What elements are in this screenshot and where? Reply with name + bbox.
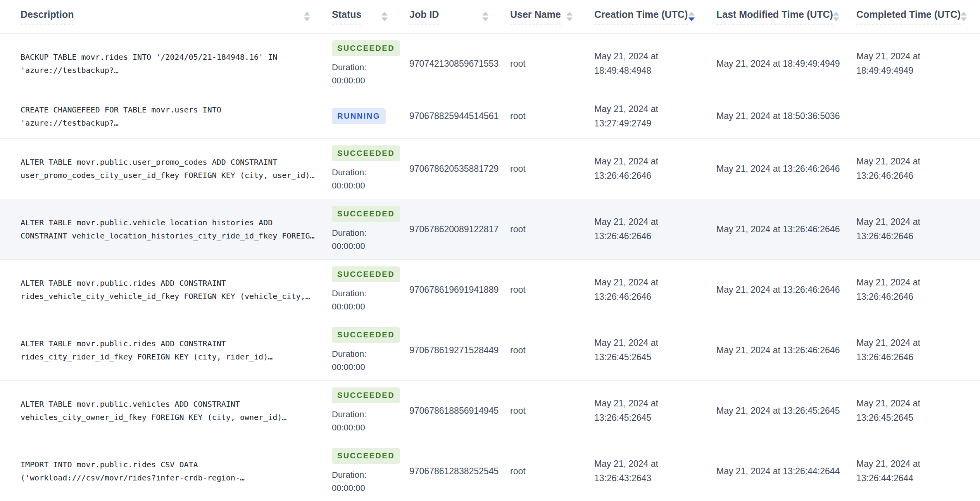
completed-time: May 21, 2024 at 18:49:49:4949: [856, 49, 953, 78]
status-badge: SUCCEEDED: [332, 448, 400, 464]
job-description-link[interactable]: ALTER TABLE movr.public.rides ADD CONSTR…: [21, 276, 319, 303]
completed-time: May 21, 2024 at 13:26:46:2646: [856, 336, 953, 365]
duration-value: 00:00:00: [332, 74, 409, 87]
status-badge: RUNNING: [332, 108, 386, 124]
user-name: root: [510, 320, 594, 380]
last-modified-time: May 21, 2024 at 13:26:44:2644: [716, 464, 856, 479]
table-body: BACKUP TABLE movr.rides INTO '/2024/05/2…: [0, 33, 980, 501]
sort-icon[interactable]: [381, 12, 388, 21]
user-name: root: [510, 380, 594, 441]
last-modified-time: May 21, 2024 at 13:26:46:2646: [716, 222, 856, 237]
creation-time: May 21, 2024 at 13:26:46:2646: [594, 215, 691, 244]
user-name: root: [510, 33, 594, 94]
sort-icon-active-desc[interactable]: [688, 12, 695, 21]
table-row[interactable]: IMPORT INTO movr.public.rides CSV DATA (…: [0, 441, 980, 501]
table-row[interactable]: ALTER TABLE movr.public.vehicles ADD CON…: [0, 380, 980, 441]
user-name: root: [510, 199, 594, 259]
job-id: 970678612838252545: [409, 441, 510, 501]
job-id: 970678618856914945: [409, 380, 510, 441]
duration-value: 00:00:00: [332, 179, 409, 192]
sort-icon[interactable]: [304, 12, 310, 21]
column-label[interactable]: User Name: [510, 9, 561, 24]
last-modified-time: May 21, 2024 at 13:26:46:2646: [716, 162, 856, 176]
status-badge: SUCCEEDED: [332, 145, 400, 161]
creation-time: May 21, 2024 at 13:26:46:2646: [594, 275, 691, 304]
user-name: root: [510, 441, 594, 501]
last-modified-time: May 21, 2024 at 18:50:36:5036: [716, 109, 856, 123]
user-name: root: [510, 94, 594, 138]
column-label[interactable]: Job ID: [409, 9, 439, 24]
table-header: Description Status Job ID User Name: [0, 0, 980, 33]
status-badge: SUCCEEDED: [332, 206, 400, 222]
job-description-link[interactable]: ALTER TABLE movr.public.vehicles ADD CON…: [21, 397, 319, 424]
duration-value: 00:00:00: [332, 300, 409, 313]
status-badge: SUCCEEDED: [332, 327, 400, 343]
completed-time: May 21, 2024 at 13:26:46:2646: [856, 275, 953, 304]
duration-label: Duration:: [332, 226, 409, 240]
creation-time: May 21, 2024 at 13:26:43:2643: [594, 457, 691, 485]
column-label[interactable]: Last Modified Time (UTC): [716, 9, 833, 24]
table-row[interactable]: CREATE CHANGEFEED FOR TABLE movr.users I…: [0, 94, 980, 138]
job-description-link[interactable]: ALTER TABLE movr.public.vehicle_location…: [21, 216, 319, 242]
creation-time: May 21, 2024 at 18:49:48:4948: [594, 49, 691, 78]
column-header-description[interactable]: Description: [0, 0, 332, 33]
job-id: 970678825944514561: [409, 94, 510, 138]
column-header-completed-time[interactable]: Completed Time (UTC): [856, 0, 980, 33]
status-badge: SUCCEEDED: [332, 387, 400, 403]
duration-value: 00:00:00: [332, 361, 409, 374]
column-label[interactable]: Status: [332, 9, 361, 24]
last-modified-time: May 21, 2024 at 18:49:49:4949: [716, 57, 856, 71]
sort-icon[interactable]: [482, 12, 488, 21]
completed-time: May 21, 2024 at 13:26:45:2645: [856, 396, 953, 425]
status-badge: SUCCEEDED: [332, 266, 400, 282]
user-name: root: [510, 259, 594, 320]
job-description-link[interactable]: CREATE CHANGEFEED FOR TABLE movr.users I…: [21, 103, 319, 130]
sort-icon[interactable]: [833, 12, 839, 21]
duration-label: Duration:: [332, 287, 409, 300]
table-row[interactable]: ALTER TABLE movr.public.rides ADD CONSTR…: [0, 320, 980, 380]
column-header-last-modified-time[interactable]: Last Modified Time (UTC): [716, 0, 856, 33]
job-id: 970678620089122817: [409, 199, 510, 259]
duration-value: 00:00:00: [332, 240, 409, 253]
creation-time: May 21, 2024 at 13:27:49:2749: [594, 102, 691, 131]
table-row[interactable]: BACKUP TABLE movr.rides INTO '/2024/05/2…: [0, 33, 980, 94]
creation-time: May 21, 2024 at 13:26:45:2645: [594, 396, 691, 425]
job-description-link[interactable]: BACKUP TABLE movr.rides INTO '/2024/05/2…: [21, 50, 319, 77]
status-badge: SUCCEEDED: [332, 40, 400, 56]
duration-label: Duration:: [332, 347, 409, 361]
column-header-user-name[interactable]: User Name: [510, 0, 594, 33]
completed-time: May 21, 2024 at 13:26:46:2646: [856, 154, 953, 183]
job-id: 970742130859671553: [409, 33, 510, 94]
job-id: 970678619691941889: [409, 259, 510, 320]
duration-label: Duration:: [332, 61, 409, 74]
creation-time: May 21, 2024 at 13:26:46:2646: [594, 154, 691, 183]
column-header-creation-time[interactable]: Creation Time (UTC): [594, 0, 716, 33]
completed-time: May 21, 2024 at 13:26:44:2644: [856, 457, 953, 485]
table-row[interactable]: ALTER TABLE movr.public.vehicle_location…: [0, 199, 980, 259]
duration-label: Duration:: [332, 408, 409, 421]
job-description-link[interactable]: ALTER TABLE movr.public.rides ADD CONSTR…: [21, 337, 319, 363]
last-modified-time: May 21, 2024 at 13:26:46:2646: [716, 343, 856, 358]
jobs-table: Description Status Job ID User Name: [0, 0, 980, 501]
job-id: 970678620535881729: [409, 138, 510, 199]
table-row[interactable]: ALTER TABLE movr.public.rides ADD CONSTR…: [0, 259, 980, 320]
completed-time: May 21, 2024 at 13:26:46:2646: [856, 215, 953, 244]
sort-icon[interactable]: [961, 12, 967, 21]
duration-value: 00:00:00: [332, 482, 409, 495]
duration-label: Duration:: [332, 468, 409, 482]
column-header-job-id[interactable]: Job ID: [409, 0, 510, 33]
creation-time: May 21, 2024 at 13:26:45:2645: [594, 336, 691, 365]
column-label[interactable]: Creation Time (UTC): [594, 9, 688, 24]
table-row[interactable]: ALTER TABLE movr.public.user_promo_codes…: [0, 138, 980, 199]
duration-value: 00:00:00: [332, 421, 409, 434]
sort-icon[interactable]: [566, 12, 573, 21]
duration-label: Duration:: [332, 166, 409, 179]
job-description-link[interactable]: ALTER TABLE movr.public.user_promo_codes…: [21, 155, 319, 182]
user-name: root: [510, 138, 594, 199]
last-modified-time: May 21, 2024 at 13:26:46:2646: [716, 283, 856, 297]
column-label[interactable]: Completed Time (UTC): [856, 9, 961, 24]
column-label[interactable]: Description: [21, 9, 74, 24]
column-header-status[interactable]: Status: [332, 0, 409, 33]
job-description-link[interactable]: IMPORT INTO movr.public.rides CSV DATA (…: [21, 458, 319, 484]
last-modified-time: May 21, 2024 at 13:26:45:2645: [716, 404, 856, 418]
